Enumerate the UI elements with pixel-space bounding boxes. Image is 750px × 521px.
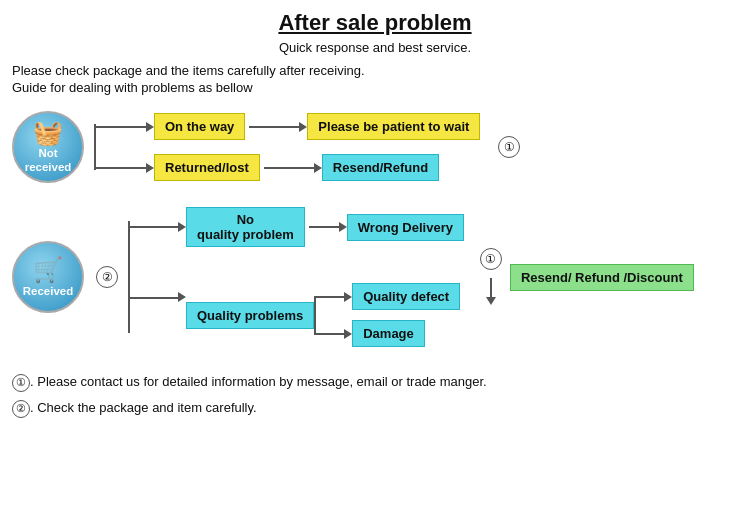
- subtitle: Quick response and best service.: [12, 40, 738, 55]
- circle-num-1-sec1: ①: [498, 136, 520, 158]
- box-patient: Please be patient to wait: [307, 113, 480, 140]
- branch-damage-row: Damage: [314, 320, 460, 347]
- box-quality-defect: Quality defect: [352, 283, 460, 310]
- branch-returned-row: Returned/lost Resend/Refund: [94, 154, 480, 181]
- intro-line2: Guide for dealing with problems as bello…: [12, 80, 738, 95]
- box-returned: Returned/lost: [154, 154, 260, 181]
- diagram: 🧺 Not received On the way Please be pati…: [12, 111, 738, 347]
- branch-quality-row: Quality problems Quality defect: [128, 283, 464, 347]
- box-on-the-way: On the way: [154, 113, 245, 140]
- box-quality-problems: Quality problems: [186, 302, 314, 329]
- footnote-2: ②. Check the package and item carefully.: [12, 397, 738, 419]
- fn1-circle: ①: [12, 374, 30, 392]
- footnotes: ①. Please contact us for detailed inform…: [12, 371, 738, 419]
- branch-quality-defect-row: Quality defect: [314, 283, 460, 310]
- branch-no-quality-row: No quality problem Wrong Delivery: [128, 207, 464, 247]
- box-resend-refund: Resend/Refund: [322, 154, 439, 181]
- box-wrong-delivery: Wrong Delivery: [347, 214, 464, 241]
- footnote-1: ①. Please contact us for detailed inform…: [12, 371, 738, 393]
- box-no-quality: No quality problem: [186, 207, 305, 247]
- fn2-circle: ②: [12, 400, 30, 418]
- box-damage: Damage: [352, 320, 425, 347]
- circle-num-2-sec2: ②: [96, 266, 118, 288]
- box-final-result: Resend/ Refund /Discount: [510, 264, 694, 291]
- not-received-icon: 🧺 Not received: [12, 111, 84, 183]
- page-title: After sale problem: [12, 10, 738, 36]
- received-icon: 🛒 Received: [12, 241, 84, 313]
- branch-on-the-way-row: On the way Please be patient to wait: [94, 113, 480, 140]
- intro-line1: Please check package and the items caref…: [12, 63, 738, 78]
- circle-num-1-sec2: ①: [480, 248, 502, 270]
